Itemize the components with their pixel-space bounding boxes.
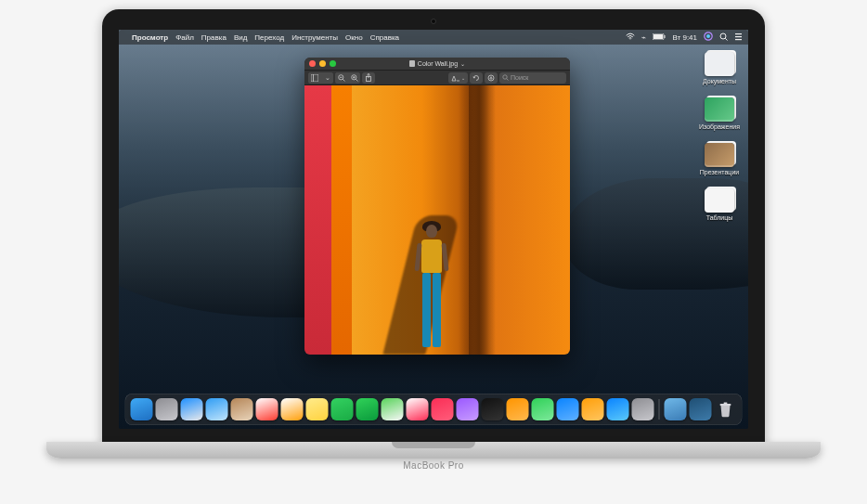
device-label: MacBook Pro — [46, 460, 821, 471]
dock-app-music[interactable] — [432, 398, 454, 420]
dock-app-numbers[interactable] — [532, 398, 554, 420]
stack-spreadsheets[interactable]: Таблицы — [696, 188, 743, 221]
menu-help[interactable]: Справка — [370, 33, 399, 42]
sidebar-toggle[interactable]: ⌄ — [308, 72, 333, 84]
dock-app-facetime[interactable] — [356, 398, 379, 420]
window-title: Color Wall.jpg ⌄ — [304, 60, 570, 67]
svg-rect-26 — [720, 404, 731, 406]
zoom-in-button[interactable] — [348, 72, 360, 84]
menu-edit[interactable]: Правка — [201, 33, 226, 42]
desktop: Просмотр Файл Правка Вид Переход Инструм… — [119, 30, 748, 429]
svg-line-25 — [507, 79, 509, 81]
dock-app-systempreferences[interactable] — [632, 398, 654, 420]
menu-tools[interactable]: Инструменты — [291, 33, 338, 42]
app-menu[interactable]: Просмотр — [132, 33, 168, 42]
svg-line-16 — [356, 79, 357, 81]
dock-app-messages[interactable] — [331, 398, 354, 420]
dock-app-photos[interactable] — [407, 398, 429, 420]
battery-icon[interactable] — [653, 33, 666, 42]
rotate-button[interactable] — [470, 72, 483, 84]
svg-rect-10 — [311, 74, 318, 82]
stack-presentations[interactable]: Презентации — [696, 143, 743, 175]
photo-subject — [408, 225, 455, 355]
highlight-button[interactable]: ⌄ — [448, 72, 468, 84]
laptop-base — [46, 442, 821, 459]
bluetooth-icon[interactable]: ⌁ — [641, 33, 646, 42]
stack-thumb — [705, 97, 734, 122]
share-button[interactable] — [362, 72, 375, 84]
stack-label: Изображения — [699, 123, 740, 130]
dock-app-calendar[interactable] — [256, 398, 278, 420]
dock-app-mail[interactable] — [206, 398, 228, 420]
camera-dot — [431, 19, 436, 24]
chevron-down-icon: ⌄ — [461, 75, 465, 81]
dock-app-keynote[interactable] — [557, 398, 579, 420]
chevron-down-icon[interactable]: ⌄ — [460, 60, 465, 67]
stack-label: Таблицы — [706, 214, 733, 221]
image-viewport[interactable] — [304, 85, 570, 355]
menu-go[interactable]: Переход — [254, 33, 284, 42]
dock-app-books[interactable] — [507, 398, 529, 420]
dock-app-finder[interactable] — [131, 398, 153, 420]
svg-point-24 — [503, 75, 507, 79]
zoom-controls — [335, 72, 360, 84]
desktop-stacks: Документы Изображения Презентации Таблиц… — [696, 52, 743, 221]
dock-app-pages[interactable] — [582, 398, 604, 420]
dock-app-appstore[interactable] — [607, 398, 629, 420]
trash-icon[interactable] — [715, 398, 737, 420]
menu-file[interactable]: Файл — [175, 33, 194, 42]
dock-item-recentscreenshot[interactable] — [690, 398, 712, 420]
menu-window[interactable]: Окно — [345, 33, 363, 42]
menubar: Просмотр Файл Правка Вид Переход Инструм… — [119, 30, 748, 45]
dock-item-downloads[interactable] — [665, 398, 687, 420]
svg-line-6 — [725, 38, 727, 40]
svg-rect-2 — [665, 35, 666, 38]
siri-icon[interactable] — [704, 32, 713, 43]
window-title-text: Color Wall.jpg — [418, 60, 458, 67]
window-toolbar: ⌄ ⌄ — [304, 71, 570, 85]
search-field[interactable]: Поиск — [499, 72, 566, 84]
zoom-out-button[interactable] — [335, 72, 347, 84]
dock-app-tv[interactable] — [482, 398, 504, 420]
svg-rect-8 — [735, 36, 742, 37]
dock-app-notes[interactable] — [306, 398, 329, 420]
clock[interactable]: Вт 9:41 — [672, 33, 697, 42]
svg-marker-21 — [452, 76, 456, 81]
svg-rect-7 — [735, 33, 742, 34]
dock-divider — [659, 399, 660, 420]
dock-app-podcasts[interactable] — [457, 398, 479, 420]
dock-app-safari[interactable] — [181, 398, 203, 420]
search-placeholder: Поиск — [511, 74, 528, 81]
markup-button[interactable] — [485, 72, 498, 84]
window-titlebar[interactable]: Color Wall.jpg ⌄ — [304, 58, 570, 71]
preview-window[interactable]: Color Wall.jpg ⌄ ⌄ — [304, 58, 570, 355]
wifi-icon[interactable] — [626, 32, 635, 42]
dock-app-reminders[interactable] — [281, 398, 304, 420]
notification-center-icon[interactable] — [734, 32, 743, 43]
svg-rect-1 — [653, 34, 663, 39]
stack-thumb — [705, 52, 734, 76]
dock-app-launchpad[interactable] — [156, 398, 178, 420]
stack-thumb — [705, 188, 734, 213]
chevron-down-icon[interactable]: ⌄ — [321, 72, 333, 84]
svg-rect-9 — [735, 39, 742, 40]
spotlight-icon[interactable] — [719, 32, 728, 43]
dock-app-contacts[interactable] — [231, 398, 253, 420]
dock — [125, 394, 743, 425]
stack-label: Презентации — [700, 169, 739, 175]
menu-view[interactable]: Вид — [234, 33, 247, 42]
dock-app-maps[interactable] — [382, 398, 404, 420]
svg-point-4 — [706, 34, 710, 38]
stack-documents[interactable]: Документы — [696, 52, 743, 84]
svg-rect-27 — [724, 403, 728, 405]
document-icon — [409, 60, 415, 67]
svg-point-5 — [720, 33, 726, 39]
stack-thumb — [705, 143, 734, 167]
stack-label: Документы — [703, 78, 736, 84]
stack-images[interactable]: Изображения — [696, 97, 743, 130]
search-icon — [502, 74, 509, 81]
svg-line-13 — [343, 79, 344, 81]
